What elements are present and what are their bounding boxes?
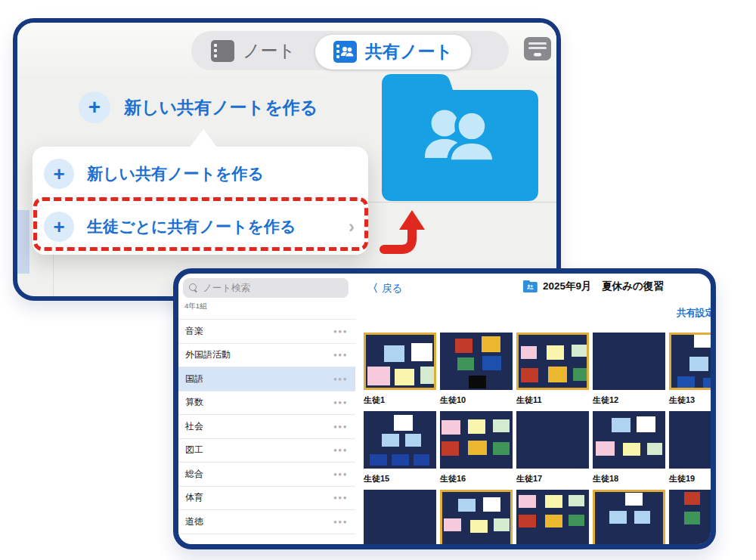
student-note-thumbnail[interactable]: 生徒19 [669, 411, 711, 490]
more-icon[interactable]: ●●● [333, 518, 355, 525]
more-icon[interactable]: ●●● [333, 494, 355, 501]
panel-create-shared-note: ノート 共有ノート + [13, 18, 561, 301]
sticky-note [458, 499, 476, 512]
sticky-note [677, 376, 695, 389]
subject-label: 総合 [185, 468, 203, 481]
subject-row[interactable]: 図工●●● [178, 439, 355, 463]
note-page-preview[interactable] [593, 411, 665, 469]
student-note-thumbnail[interactable]: 生徒12 [593, 333, 665, 411]
sticky-note [623, 443, 640, 456]
note-page-preview[interactable] [364, 411, 436, 469]
shared-folder-icon[interactable] [382, 74, 538, 201]
note-page-preview[interactable] [669, 490, 711, 544]
student-name-label: 生徒16 [440, 469, 513, 490]
sticky-note [468, 441, 487, 455]
sticky-note [470, 520, 488, 533]
subject-row[interactable]: 算数●●● [178, 391, 355, 416]
student-name-label: 生徒15 [364, 469, 436, 490]
sticky-note [405, 434, 421, 447]
note-page-preview[interactable] [440, 490, 513, 544]
subject-row[interactable]: 外国語活動●●● [178, 344, 355, 368]
student-note-thumbnail[interactable]: 生徒13 [669, 333, 711, 411]
sticky-note [569, 515, 584, 526]
sticky-note [483, 497, 500, 512]
search-input[interactable] [203, 283, 342, 293]
more-icon[interactable]: ●●● [333, 423, 355, 430]
note-page-preview[interactable] [593, 490, 665, 544]
student-note-thumbnail[interactable] [516, 490, 589, 544]
note-page-preview[interactable] [516, 490, 589, 544]
new-shared-note-button[interactable]: + 新しい共有ノートを作る [79, 91, 318, 123]
more-icon[interactable]: ●●● [333, 399, 355, 406]
sticky-note [367, 367, 390, 385]
student-name-label: 生徒10 [440, 390, 513, 411]
student-name-label: 生徒18 [593, 469, 665, 490]
new-shared-note-label: 新しい共有ノートを作る [124, 96, 318, 119]
student-name-label: 生徒17 [516, 469, 589, 490]
subject-row[interactable]: 音楽●●● [178, 320, 355, 344]
note-page-preview[interactable] [593, 333, 665, 390]
note-page-preview[interactable] [440, 411, 513, 469]
more-icon[interactable]: ●●● [333, 447, 355, 453]
tab-notes[interactable]: ノート [191, 31, 315, 70]
popover-caret [189, 129, 218, 148]
student-note-thumbnail[interactable]: 生徒17 [516, 411, 589, 490]
subject-label: 体育 [185, 491, 203, 504]
note-page-preview[interactable] [364, 490, 436, 544]
student-name-label: 生徒11 [516, 390, 589, 411]
student-note-thumbnail[interactable]: 生徒10 [440, 333, 513, 411]
more-icon[interactable]: ●●● [333, 351, 355, 358]
student-note-thumbnail[interactable]: 生徒16 [440, 411, 513, 490]
sticky-note [384, 345, 404, 362]
more-icon[interactable]: ●●● [333, 328, 355, 335]
student-note-thumbnail[interactable]: 生徒18 [593, 411, 665, 490]
note-page-preview[interactable] [669, 333, 711, 390]
student-note-thumbnail[interactable]: 生徒15 [364, 411, 436, 490]
sticky-note [647, 443, 662, 455]
note-page-preview[interactable] [364, 333, 436, 390]
sticky-note [684, 492, 700, 505]
subject-row[interactable]: 道徳●●● [178, 510, 355, 534]
tray-icon[interactable] [523, 35, 552, 62]
note-page-preview[interactable] [516, 411, 589, 469]
note-type-segmented-control: ノート 共有ノート [191, 31, 509, 70]
sticky-note [569, 495, 584, 506]
sticky-note [468, 419, 485, 434]
more-icon[interactable]: ●●● [333, 471, 355, 478]
sticky-note [609, 511, 627, 524]
subject-row[interactable]: 体育●●● [178, 487, 355, 511]
sticky-note [521, 346, 537, 359]
student-note-thumbnail[interactable] [669, 490, 711, 544]
note-page-preview[interactable] [669, 411, 711, 469]
menu-item-shared-note-per-student[interactable]: + 生徒ごとに共有ノートを作る › [33, 202, 368, 252]
subject-row[interactable]: 国語●●● [178, 367, 355, 391]
note-page-preview[interactable] [516, 333, 589, 390]
more-icon[interactable]: ●●● [333, 376, 355, 382]
student-name-label: 生徒12 [593, 390, 665, 411]
sticky-note [382, 434, 399, 447]
tab-shared-notes-label: 共有ノート [365, 40, 453, 63]
subject-row[interactable]: 社会●●● [178, 415, 355, 439]
student-note-thumbnail[interactable] [440, 490, 513, 544]
sticky-note [394, 415, 413, 431]
sticky-note [689, 357, 708, 371]
student-note-thumbnail[interactable]: 生徒1 [364, 333, 436, 411]
sticky-note [548, 367, 567, 382]
note-search-bar[interactable] [183, 278, 349, 298]
sticky-note [684, 512, 700, 524]
sticky-note [411, 343, 432, 361]
menu-item-new-shared-note[interactable]: + 新しい共有ノートを作る [33, 149, 368, 199]
sticky-note [442, 420, 460, 435]
subject-row[interactable]: 総合●●● [178, 463, 355, 487]
sticky-note [457, 357, 474, 370]
student-note-thumbnail[interactable]: 生徒11 [516, 333, 589, 411]
back-button[interactable]: 〈 戻る [367, 282, 402, 295]
tab-shared-notes[interactable]: 共有ノート [315, 35, 471, 70]
note-page-preview[interactable] [440, 333, 513, 390]
student-note-thumbnail[interactable] [364, 490, 436, 544]
sticky-note [493, 442, 510, 455]
student-note-thumbnail[interactable] [593, 490, 665, 544]
panel-student-notes: 4年1組 音楽●●●外国語活動●●●国語●●●算数●●●社会●●●図工●●●総合… [173, 268, 716, 549]
share-settings-link[interactable]: 共有設定 [677, 307, 711, 320]
create-note-popover: + 新しい共有ノートを作る + 生徒ごとに共有ノートを作る › [33, 147, 368, 255]
